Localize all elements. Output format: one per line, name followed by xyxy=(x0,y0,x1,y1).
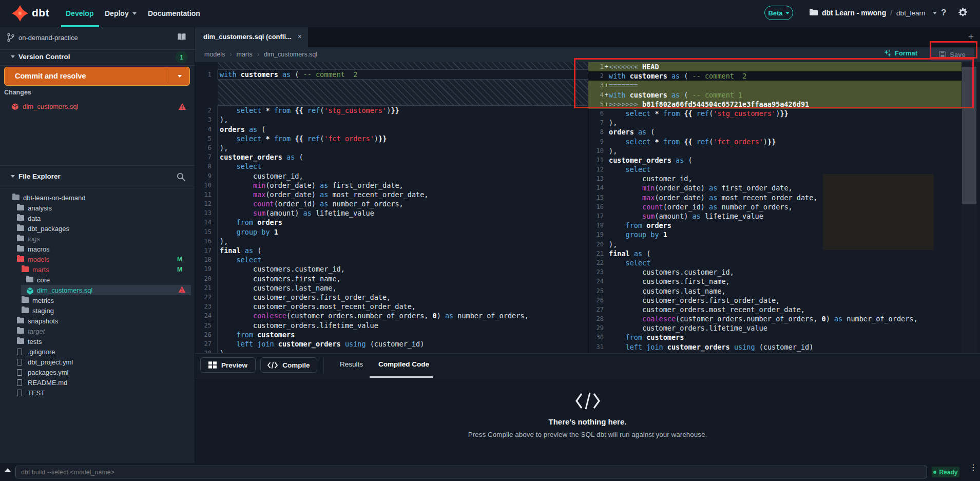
code-line-5[interactable]: 5+>>>>>>> b81f802a66fd544504c65721e3ffaa… xyxy=(588,100,962,109)
code-line-10[interactable]: 10 min(order_date) as first_order_date, xyxy=(195,181,588,190)
beta-toggle[interactable]: Beta xyxy=(764,6,793,20)
code-line-15[interactable]: 15 group by 1 xyxy=(195,227,588,237)
tree-item-marts[interactable]: martsM xyxy=(0,264,195,275)
code-line-16[interactable]: 16), xyxy=(195,237,588,246)
close-icon[interactable]: × xyxy=(298,32,302,41)
code-line-27[interactable]: 27 customer_orders.most_recent_order_dat… xyxy=(588,305,962,314)
code-line-8[interactable]: 8orders as ( xyxy=(588,127,962,137)
code-line-29[interactable]: 29 customer_orders.lifetime_value xyxy=(588,323,962,333)
tree-item-macros[interactable]: macros xyxy=(0,244,195,254)
save-button[interactable]: Save xyxy=(931,48,974,61)
code-line-4[interactable]: 4+with customers as ( -- comment 1 xyxy=(588,90,962,100)
nav-documentation[interactable]: Documentation xyxy=(148,9,200,17)
compile-button[interactable]: Compile xyxy=(260,357,317,373)
tree-item-test[interactable]: TEST xyxy=(0,388,195,398)
dbt-command-input[interactable] xyxy=(15,466,927,478)
code-line-9[interactable]: 9 select * from {{ ref('fct_orders')}} xyxy=(588,137,962,146)
changed-file-row[interactable]: dim_customers.sql xyxy=(0,101,195,112)
tree-item-staging[interactable]: staging xyxy=(0,305,195,316)
tab-compiled-code[interactable]: Compiled Code xyxy=(378,360,429,368)
tree-item-data[interactable]: data xyxy=(0,213,195,223)
code-line-13[interactable]: 13 sum(amount) as lifetime_value xyxy=(195,208,588,218)
code-line-9[interactable]: 9 customer_id, xyxy=(195,171,588,181)
code-line-28[interactable]: 28 coalesce(customer_orders.number_of_or… xyxy=(588,314,962,323)
format-button[interactable]: Format xyxy=(883,49,917,57)
tree-item-dbt-learn-on-demand[interactable]: dbt-learn-on-demand xyxy=(0,193,195,203)
code-line-3[interactable]: 3+======= xyxy=(588,81,962,90)
chevron-up-icon[interactable] xyxy=(5,468,11,472)
code-line-4[interactable]: 4orders as ( xyxy=(195,125,588,134)
code-line-23[interactable]: 23 customer_orders.most_recent_order_dat… xyxy=(195,302,588,311)
code-line-28[interactable]: 28) xyxy=(195,349,588,353)
code-line-7[interactable]: 7), xyxy=(588,118,962,127)
code-line-19[interactable]: 19 customers.customer_id, xyxy=(195,264,588,274)
crumb-marts[interactable]: marts xyxy=(236,51,252,58)
code-line-7[interactable]: 7customer_orders as ( xyxy=(195,152,588,162)
code-line-11[interactable]: 11 max(order_date) as most_recent_order_… xyxy=(195,190,588,199)
code-line-27[interactable]: 27 left join customer_orders using (cust… xyxy=(195,339,588,349)
crumb-file[interactable]: dim_customers.sql xyxy=(264,51,317,58)
code-line-22[interactable]: 22 customer_orders.first_order_date, xyxy=(195,293,588,302)
code-line-25[interactable]: 25 customers.last_name, xyxy=(588,286,962,296)
nav-develop[interactable]: Develop xyxy=(66,9,93,17)
code-line-26[interactable]: 26 customer_orders.first_order_date, xyxy=(588,296,962,305)
code-line-8[interactable]: 8 select xyxy=(195,162,588,171)
tree-item-models[interactable]: modelsM xyxy=(0,254,195,264)
code-line-21[interactable]: 21final as ( xyxy=(588,249,962,258)
code-line-30[interactable]: 30 from customers xyxy=(588,333,962,342)
code-line-2[interactable]: 2 select * from {{ ref('stg_customers')}… xyxy=(195,106,588,115)
code-line-25[interactable]: 25 customer_orders.lifetime_value xyxy=(195,321,588,330)
tree-item-dim-customers-sql[interactable]: dim_customers.sql xyxy=(0,285,195,295)
tab-dim-customers[interactable]: dim_customers.sql (confli... × xyxy=(195,27,308,47)
code-line-1[interactable]: 1+<<<<<<< HEAD xyxy=(588,62,962,71)
version-control-header[interactable]: Version Control 1 xyxy=(0,49,195,65)
code-line-18[interactable]: 18 select xyxy=(195,255,588,264)
code-line-26[interactable]: 26 from customers xyxy=(195,330,588,339)
code-line-14[interactable]: 14 from orders xyxy=(195,218,588,227)
code-line-12[interactable]: 12 count(order_id) as number_of_orders, xyxy=(195,199,588,208)
code-line-10[interactable]: 10), xyxy=(588,146,962,156)
help-icon[interactable]: ? xyxy=(941,8,946,18)
code-line-5[interactable]: 5 select * from {{ ref('fct_orders')}} xyxy=(195,134,588,143)
code-line-24[interactable]: 24 coalesce(customer_orders.number_of_or… xyxy=(195,311,588,320)
tree-item-logs[interactable]: logs xyxy=(0,234,195,244)
nav-deploy[interactable]: Deploy xyxy=(105,9,137,17)
tree-item-target[interactable]: target xyxy=(0,326,195,336)
tree-item--gitignore[interactable]: .gitignore xyxy=(0,347,195,357)
file-explorer-header[interactable]: File Explorer xyxy=(0,166,195,188)
code-line-12[interactable]: 12 select xyxy=(588,165,962,174)
tree-item-readme-md[interactable]: README.md xyxy=(0,377,195,388)
code-line-24[interactable]: 24 customers.first_name, xyxy=(588,277,962,286)
code-line-3[interactable]: 3), xyxy=(195,115,588,124)
status-badge[interactable]: Ready xyxy=(932,467,959,477)
chevron-down-icon[interactable] xyxy=(178,75,182,78)
tree-item-analysis[interactable]: analysis xyxy=(0,203,195,213)
book-icon[interactable] xyxy=(177,33,187,44)
code-line-31[interactable]: 31 left join customer_orders using (cust… xyxy=(588,342,962,352)
tree-item-tests[interactable]: tests xyxy=(0,336,195,347)
code-line-17[interactable]: 17final as ( xyxy=(195,246,588,255)
tree-item-packages-yml[interactable]: packages.yml xyxy=(0,367,195,377)
scrollbar-thumb[interactable] xyxy=(962,67,976,204)
tab-results[interactable]: Results xyxy=(340,360,363,368)
tree-item-metrics[interactable]: metrics xyxy=(0,295,195,305)
gear-icon[interactable] xyxy=(958,8,968,20)
code-line-2[interactable]: 2with customers as ( -- comment 2 xyxy=(588,71,962,81)
code-line-1[interactable]: 1with customers as ( -- comment 2 xyxy=(195,70,588,79)
kebab-menu-icon[interactable]: ⋮ xyxy=(969,466,977,470)
code-line-11[interactable]: 11customer_orders as ( xyxy=(588,156,962,165)
new-tab-icon[interactable]: + xyxy=(968,31,974,43)
scrollbar-track[interactable] xyxy=(962,62,977,353)
dbt-logo-icon[interactable] xyxy=(11,5,29,24)
crumb-models[interactable]: models xyxy=(204,51,225,58)
code-line-23[interactable]: 23 customers.customer_id, xyxy=(588,267,962,277)
commit-and-resolve-button[interactable]: Commit and resolve xyxy=(4,67,190,86)
code-line-21[interactable]: 21 customers.last_name, xyxy=(195,283,588,293)
code-line-20[interactable]: 20 customers.first_name, xyxy=(195,274,588,283)
search-icon[interactable] xyxy=(177,172,185,183)
editor-left-pane[interactable]: 1with customers as ( -- comment 2 2 sele… xyxy=(195,62,588,353)
tree-item-core[interactable]: core xyxy=(0,275,195,285)
tree-item-dbt-project-yml[interactable]: dbt_project.yml xyxy=(0,357,195,367)
code-line-6[interactable]: 6 select * from {{ ref('stg_customers')}… xyxy=(588,109,962,118)
code-line-22[interactable]: 22 select xyxy=(588,258,962,267)
